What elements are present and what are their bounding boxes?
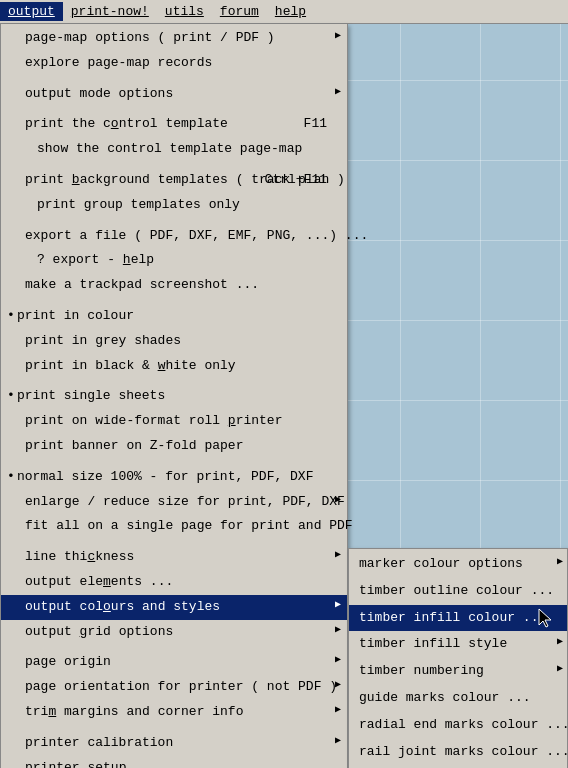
main-dropdown: page-map options ( print / PDF ) explore… <box>0 24 348 768</box>
menu-label: show the control template page-map <box>37 141 302 156</box>
menubar-label-utils: utils <box>165 4 204 19</box>
submenu-item-timber-outline[interactable]: timber outline colour ... <box>349 578 567 605</box>
menu-item-print-control[interactable]: print the control template F11 <box>1 112 347 137</box>
menu-item-print-single[interactable]: print single sheets <box>1 384 347 409</box>
menu-item-print-grey[interactable]: print in grey shades <box>1 329 347 354</box>
menubar-label-forum: forum <box>220 4 259 19</box>
menu-label: print in black & white only <box>25 358 236 373</box>
menu-label: ? export - help <box>37 252 154 267</box>
mouse-cursor-icon <box>537 607 557 629</box>
submenu-item-radial-marks[interactable]: radial end marks colour ... <box>349 712 567 739</box>
menu-item-trim-margins[interactable]: trim margins and corner info <box>1 700 347 725</box>
menu-item-print-black[interactable]: print in black & white only <box>1 354 347 379</box>
menu-label: enlarge / reduce size for print, PDF, DX… <box>25 494 345 509</box>
menu-label: print the control template <box>25 116 228 131</box>
menu-item-printer-setup[interactable]: printer setup ... <box>1 756 347 768</box>
submenu-item-marker-colour[interactable]: marker colour options <box>349 551 567 578</box>
menu-item-page-orientation[interactable]: page orientation for printer ( not PDF ) <box>1 675 347 700</box>
menu-label: export a file ( PDF, DXF, EMF, PNG, ...)… <box>25 228 368 243</box>
menu-item-print-group[interactable]: print group templates only <box>1 193 347 218</box>
menu-item-output-elements[interactable]: output elements ... <box>1 570 347 595</box>
menu-label: fit all on a single page for print and P… <box>25 518 353 533</box>
menu-item-print-roll[interactable]: print on wide-format roll printer <box>1 409 347 434</box>
menu-label: print group templates only <box>37 197 240 212</box>
menubar-item-output[interactable]: output <box>0 2 63 21</box>
menu-label: print in colour <box>17 308 134 323</box>
menu-item-normal-size[interactable]: normal size 100% - for print, PDF, DXF <box>1 465 347 490</box>
menu-item-page-origin[interactable]: page origin <box>1 650 347 675</box>
menubar-item-print-now[interactable]: print-now! <box>63 2 157 21</box>
menubar-item-utils[interactable]: utils <box>157 2 212 21</box>
menu-item-export-help[interactable]: ? export - help <box>1 248 347 273</box>
menu-item-line-thickness[interactable]: line thickness <box>1 545 347 570</box>
submenu-item-guide-marks[interactable]: guide marks colour ... <box>349 685 567 712</box>
menu-item-print-zfold[interactable]: print banner on Z-fold paper <box>1 434 347 459</box>
submenu-item-timber-infill[interactable]: timber infill colour ... <box>349 605 567 632</box>
menu-label: print single sheets <box>17 388 165 403</box>
submenu-label: guide marks colour ... <box>359 690 531 705</box>
submenu-item-rail-joint[interactable]: rail joint marks colour ... <box>349 739 567 766</box>
menu-item-show-control[interactable]: show the control template page-map <box>1 137 347 162</box>
menu-label: page orientation for printer ( not PDF ) <box>25 679 337 694</box>
menu-label: trim margins and corner info <box>25 704 243 719</box>
menubar-label-help: help <box>275 4 306 19</box>
menu-item-output-colours[interactable]: output colours and styles <box>1 595 347 620</box>
menu-item-export-file[interactable]: export a file ( PDF, DXF, EMF, PNG, ...)… <box>1 224 347 249</box>
menu-label: normal size 100% - for print, PDF, DXF <box>17 469 313 484</box>
submenu-label: radial end marks colour ... <box>359 717 568 732</box>
svg-marker-0 <box>539 609 551 627</box>
menubar-label-output: output <box>8 4 55 19</box>
menu-label: output mode options <box>25 86 173 101</box>
menu-label: page-map options ( print / PDF ) <box>25 30 275 45</box>
menu-label: line thickness <box>25 549 134 564</box>
submenu-label: timber outline colour ... <box>359 583 554 598</box>
menu-label: explore page-map records <box>25 55 212 70</box>
menu-label: print on wide-format roll printer <box>25 413 282 428</box>
shortcut-ctrlf11: Ctrl+F11 <box>265 170 327 191</box>
menu-item-enlarge-reduce[interactable]: enlarge / reduce size for print, PDF, DX… <box>1 490 347 515</box>
menu-label: output colours and styles <box>25 599 220 614</box>
submenu-item-timber-infill-style[interactable]: timber infill style <box>349 631 567 658</box>
menu-label: printer calibration <box>25 735 173 750</box>
menu-item-page-map-options[interactable]: page-map options ( print / PDF ) <box>1 26 347 51</box>
submenu-label: timber numbering <box>359 663 484 678</box>
menubar-label-print-now: print-now! <box>71 4 149 19</box>
menu-label: print banner on Z-fold paper <box>25 438 243 453</box>
menubar-item-forum[interactable]: forum <box>212 2 267 21</box>
submenu-label: rail joint marks colour ... <box>359 744 568 759</box>
menu-item-screenshot[interactable]: make a trackpad screenshot ... <box>1 273 347 298</box>
menu-label: printer setup ... <box>25 760 158 768</box>
submenu-label: timber infill style <box>359 636 507 651</box>
menu-item-fit-all[interactable]: fit all on a single page for print and P… <box>1 514 347 539</box>
menubar-item-help[interactable]: help <box>267 2 314 21</box>
menubar: output print-now! utils forum help <box>0 0 568 24</box>
shortcut-f11: F11 <box>304 114 327 135</box>
submenu-item-timber-numbering[interactable]: timber numbering <box>349 658 567 685</box>
menu-item-explore-page-map[interactable]: explore page-map records <box>1 51 347 76</box>
menu-label: output grid options <box>25 624 173 639</box>
menu-label: page origin <box>25 654 111 669</box>
submenu-label: marker colour options <box>359 556 523 571</box>
menu-label: print in grey shades <box>25 333 181 348</box>
menu-label: output elements ... <box>25 574 173 589</box>
submenu-output-colours: marker colour options timber outline col… <box>348 548 568 768</box>
menu-item-print-colour[interactable]: print in colour <box>1 304 347 329</box>
menu-label: make a trackpad screenshot ... <box>25 277 259 292</box>
submenu-label: timber infill colour ... <box>359 610 546 625</box>
menu-item-output-mode[interactable]: output mode options <box>1 82 347 107</box>
menu-item-output-grid[interactable]: output grid options <box>1 620 347 645</box>
menu-item-print-background[interactable]: print background templates ( track plan … <box>1 168 347 193</box>
menu-item-printer-calibration[interactable]: printer calibration <box>1 731 347 756</box>
